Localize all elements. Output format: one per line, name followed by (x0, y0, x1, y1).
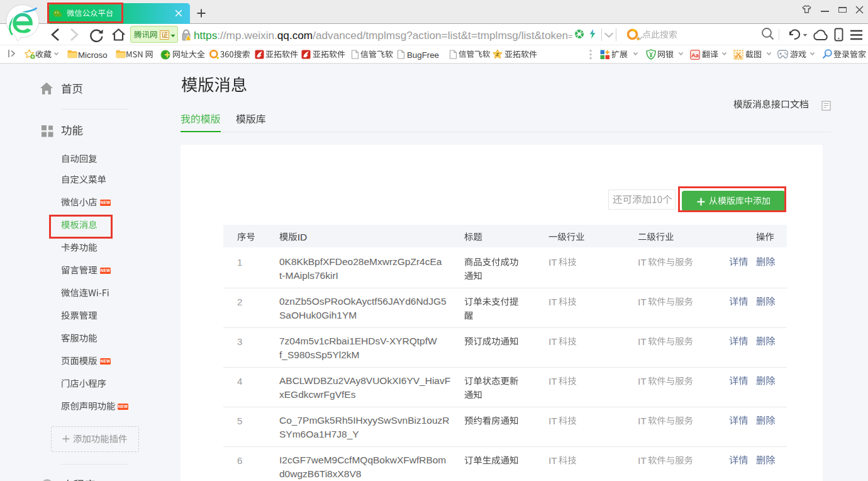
svg-text:Aa: Aa (691, 51, 699, 58)
